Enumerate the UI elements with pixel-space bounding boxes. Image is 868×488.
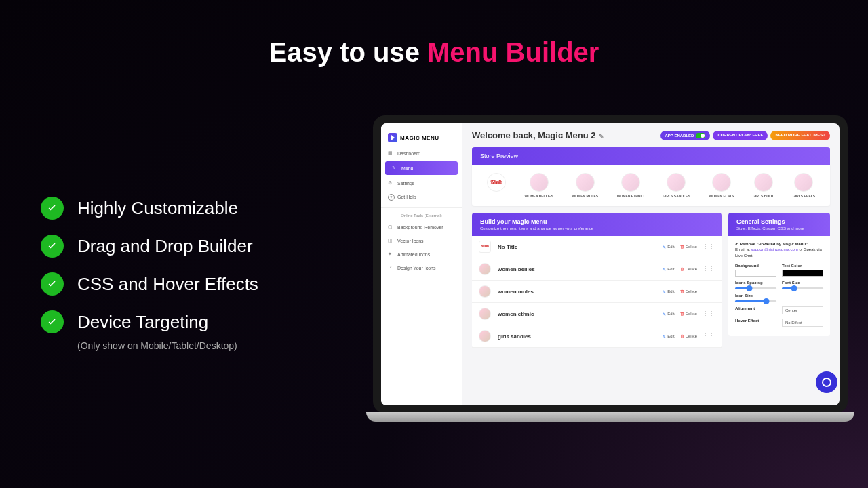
- check-icon: [41, 310, 64, 333]
- edit-button[interactable]: ✎Edit: [663, 245, 674, 249]
- check-icon: [41, 235, 64, 258]
- drag-handle-icon[interactable]: ⋮⋮: [703, 310, 715, 317]
- hover-effect-select[interactable]: No Effect: [782, 319, 823, 327]
- icon-size-slider[interactable]: [735, 300, 776, 302]
- sparkle-icon: ✦: [388, 251, 393, 257]
- delete-button[interactable]: 🗑Delete: [680, 312, 697, 316]
- edit-button[interactable]: ✎Edit: [663, 312, 674, 317]
- menu-row[interactable]: women mules✎Edit🗑Delete⋮⋮: [472, 281, 722, 303]
- pen-icon: [392, 165, 397, 171]
- preview-item[interactable]: SPECIALOFFERS: [487, 173, 506, 198]
- preview-thumb: SPECIALOFFERS: [487, 173, 506, 192]
- preview-thumb: [712, 173, 731, 192]
- settings-panel: ✔ Remove "Powered by Magic Menu"Email at…: [728, 236, 830, 336]
- row-thumb: [479, 330, 491, 342]
- design-icon: ⟋: [388, 265, 393, 270]
- store-preview: SPECIALOFFERS WOMEN BELLIES WOMEN MULES …: [472, 165, 830, 206]
- sidebar: MAGIC MENU Dashboard Menu Settings Get H…: [381, 123, 462, 405]
- drag-handle-icon[interactable]: ⋮⋮: [703, 243, 715, 250]
- main-content: Welcome back, Magic Menu 2✎ APP ENABLED …: [462, 123, 840, 405]
- text-color-input[interactable]: [782, 270, 823, 277]
- drag-handle-icon[interactable]: ⋮⋮: [703, 288, 715, 295]
- preview-item[interactable]: GIRLS SANDLES: [663, 173, 690, 198]
- nav-section-label: Online Tools (External): [381, 207, 462, 220]
- delete-button[interactable]: 🗑Delete: [680, 289, 697, 293]
- tool-design-icons[interactable]: ⟋Design Your Icons: [381, 261, 462, 274]
- nav-settings[interactable]: Settings: [381, 176, 462, 190]
- menu-row[interactable]: OFFERSNo Title✎Edit🗑Delete⋮⋮: [472, 236, 722, 258]
- tool-bg-remover[interactable]: ▢Background Remover: [381, 220, 462, 234]
- current-plan-pill[interactable]: CURRENT PLAN: FREE: [713, 131, 768, 140]
- settings-note: ✔ Remove "Powered by Magic Menu"Email at…: [735, 241, 823, 258]
- hero-title: Easy to use Menu Builder: [269, 37, 599, 68]
- font-size-slider[interactable]: [782, 287, 823, 289]
- edit-button[interactable]: ✎Edit: [663, 267, 674, 272]
- nav-dashboard[interactable]: Dashboard: [381, 146, 462, 160]
- preview-item[interactable]: GIRLS BOOT: [753, 173, 774, 198]
- feature-item: Highly Customizable: [41, 197, 258, 220]
- preview-item[interactable]: WOMEN BELLIES: [525, 173, 553, 198]
- topbar: Welcome back, Magic Menu 2✎ APP ENABLED …: [472, 130, 830, 140]
- builder-header: Build your Magic MenuCustomize the menu …: [472, 213, 722, 236]
- delete-button[interactable]: 🗑Delete: [680, 267, 697, 271]
- edit-button[interactable]: ✎Edit: [663, 289, 674, 294]
- preview-item[interactable]: WOMEN ETHNIC: [617, 173, 644, 198]
- tool-animated-icons[interactable]: ✦Animated Icons: [381, 247, 462, 261]
- settings-header: General SettingsStyle, Effects, Custom C…: [728, 213, 830, 236]
- image-icon: ▢: [388, 224, 393, 230]
- preview-header: Store Preview: [472, 147, 830, 165]
- app-logo: MAGIC MENU: [381, 129, 462, 146]
- preview-thumb: [576, 173, 595, 192]
- menu-list: OFFERSNo Title✎Edit🗑Delete⋮⋮ women belli…: [472, 236, 722, 348]
- icons-spacing-slider[interactable]: [735, 287, 776, 289]
- preview-item[interactable]: GIRLS HEELS: [793, 173, 815, 198]
- feature-item: CSS and Hover Effects: [41, 272, 258, 296]
- preview-thumb: [667, 173, 686, 192]
- tool-vector-icons[interactable]: ◫Vector Icons: [381, 234, 462, 247]
- preview-thumb: [754, 173, 773, 192]
- help-icon: [388, 194, 393, 199]
- support-email-link[interactable]: support@risingsigma.com: [751, 247, 797, 251]
- feature-subtitle: (Only show on Mobile/Tablet/Desktop): [77, 340, 258, 351]
- alignment-select[interactable]: Center: [782, 306, 823, 314]
- feature-item: Drag and Drop Builder: [41, 235, 258, 258]
- laptop-mockup: MAGIC MENU Dashboard Menu Settings Get H…: [366, 115, 854, 434]
- row-thumb: [479, 308, 491, 320]
- upgrade-pill[interactable]: NEED MORE FEATURES?: [770, 131, 830, 140]
- row-thumb: [479, 285, 491, 298]
- drag-handle-icon[interactable]: ⋮⋮: [703, 266, 715, 272]
- row-thumb: OFFERS: [479, 241, 491, 253]
- feature-list: Highly Customizable Drag and Drop Builde…: [41, 197, 258, 351]
- nav-menu[interactable]: Menu: [385, 161, 458, 175]
- app-enabled-pill[interactable]: APP ENABLED: [660, 131, 711, 140]
- delete-button[interactable]: 🗑Delete: [680, 245, 697, 249]
- grid-icon: [388, 150, 393, 156]
- menu-row[interactable]: women ethnic✎Edit🗑Delete⋮⋮: [472, 303, 722, 325]
- drag-handle-icon[interactable]: ⋮⋮: [703, 333, 715, 340]
- preview-thumb: [530, 173, 549, 192]
- gear-icon: [388, 180, 393, 186]
- vector-icon: ◫: [388, 238, 393, 243]
- row-thumb: [479, 263, 491, 275]
- toggle-icon[interactable]: [696, 133, 705, 138]
- menu-row[interactable]: women bellies✎Edit🗑Delete⋮⋮: [472, 258, 722, 281]
- edit-icon[interactable]: ✎: [599, 133, 604, 140]
- preview-thumb: [621, 173, 640, 192]
- chat-fab[interactable]: [816, 371, 837, 393]
- logo-icon: [388, 133, 397, 142]
- feature-item: Device Targeting: [41, 310, 258, 333]
- bg-color-input[interactable]: [735, 270, 776, 277]
- preview-thumb: [794, 173, 813, 192]
- preview-item[interactable]: WOMEN MULES: [572, 173, 598, 198]
- check-icon: [41, 197, 64, 220]
- menu-row[interactable]: girls sandles✎Edit🗑Delete⋮⋮: [472, 325, 722, 348]
- welcome-text: Welcome back, Magic Menu 2✎: [472, 130, 604, 140]
- preview-item[interactable]: WOMEN FLATS: [709, 173, 734, 198]
- nav-help[interactable]: Get Help: [381, 190, 462, 203]
- delete-button[interactable]: 🗑Delete: [680, 334, 697, 338]
- edit-button[interactable]: ✎Edit: [663, 334, 674, 339]
- check-icon: [41, 272, 64, 296]
